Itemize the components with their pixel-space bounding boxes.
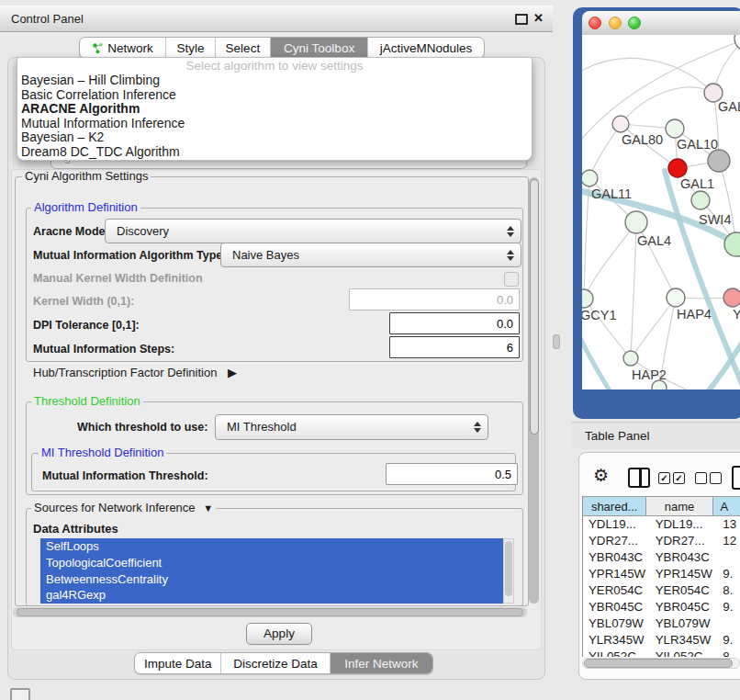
tab-cyni-toolbox[interactable]: Cyni Toolbox xyxy=(271,38,368,58)
network-node[interactable] xyxy=(623,351,638,366)
network-canvas[interactable]: GAL GAL80 GAL10 GAL1 GAL11 SWI4 GAL4 GCY… xyxy=(582,35,740,390)
dropdown-item-mutual-information[interactable]: Mutual Information Inference xyxy=(17,117,532,131)
tab-select-label: Select xyxy=(226,41,261,55)
checked-box-icon: ✓ xyxy=(673,472,685,484)
aracne-mode-label: Aracne Mode: xyxy=(33,225,109,238)
table-row[interactable]: YDL19...YDL19...13 xyxy=(583,516,740,533)
table-row[interactable]: YLR345WYLR345W9. xyxy=(583,632,740,649)
tab-network-label: Network xyxy=(107,41,153,55)
threshold-definition-title: Threshold Definition xyxy=(31,395,143,408)
mi-type-label: Mutual Information Algorithm Type: xyxy=(33,249,226,262)
which-threshold-value: MI Threshold xyxy=(227,415,297,438)
dropdown-item-bayesian-hill[interactable]: Bayesian – Hill Climbing xyxy=(17,73,532,88)
table-hscrollbar-thumb[interactable] xyxy=(584,659,733,668)
sources-collapser[interactable]: Sources for Network Inference ▼ xyxy=(31,502,216,514)
network-node[interactable] xyxy=(625,211,647,233)
split-columns-icon[interactable] xyxy=(628,468,650,488)
table-row[interactable]: YIL052CYIL052C8. xyxy=(583,649,740,657)
network-node-label: GAL xyxy=(718,99,740,114)
network-thick-edges xyxy=(582,171,740,390)
tab-jactivemnodules[interactable]: jActiveMNodules xyxy=(368,38,484,58)
which-threshold-combo[interactable]: MI Threshold xyxy=(215,414,488,440)
tab-impute-data[interactable]: Impute Data xyxy=(135,653,221,673)
table-panel-titlebar: Table Panel xyxy=(571,422,740,449)
minimized-panel-icon[interactable] xyxy=(10,688,30,700)
list-item[interactable]: SelfLoops xyxy=(40,538,503,555)
tab-style[interactable]: Style xyxy=(166,38,216,58)
network-node-label: HAP2 xyxy=(632,367,667,382)
network-node[interactable] xyxy=(668,159,687,177)
network-node-label: GAL4 xyxy=(637,233,671,248)
unchecked-box-icon xyxy=(710,472,722,484)
mi-threshold-field[interactable] xyxy=(386,463,518,485)
unchecked-box-icon xyxy=(695,472,707,484)
apply-button[interactable]: Apply xyxy=(246,623,312,645)
network-node-label: Y xyxy=(733,307,740,322)
tab-discretize-data-label: Discretize Data xyxy=(233,657,318,671)
spinner-arrows-icon xyxy=(474,421,481,434)
mi-steps-field[interactable] xyxy=(389,336,520,358)
network-node[interactable] xyxy=(667,288,685,307)
zoom-window-light-icon[interactable] xyxy=(628,17,641,29)
column-header-partial[interactable]: A xyxy=(713,496,740,516)
kernel-width-label: Kernel Width (0,1): xyxy=(33,295,134,308)
dropdown-item-aracne[interactable]: ARACNE Algorithm xyxy=(17,102,532,117)
network-node[interactable] xyxy=(708,150,730,172)
close-icon[interactable]: ✕ xyxy=(533,9,544,28)
table-row[interactable]: YDR27...YDR27...12 xyxy=(583,533,740,549)
dropdown-placeholder: Select algorithm to view settings xyxy=(17,58,532,73)
dropdown-item-bayesian-k2[interactable]: Bayesian – K2 xyxy=(17,130,532,145)
network-node[interactable] xyxy=(691,191,710,209)
network-node[interactable] xyxy=(666,119,684,138)
kernel-width-field[interactable] xyxy=(349,288,520,310)
network-window-titlebar[interactable] xyxy=(582,11,740,36)
minimize-window-light-icon[interactable] xyxy=(609,17,622,29)
network-node-labels: GAL GAL80 GAL10 GAL1 GAL11 SWI4 GAL4 GCY… xyxy=(582,99,740,382)
dropdown-item-dream8[interactable]: Dream8 DC_TDC Algorithm xyxy=(17,145,532,160)
expand-right-icon: ▶ xyxy=(228,366,237,379)
table-panel-title: Table Panel xyxy=(585,429,650,443)
table-row[interactable]: YPR145WYPR145W9. xyxy=(583,566,740,582)
mi-type-combo[interactable]: Naive Bayes xyxy=(220,243,521,267)
hub-definition-expander[interactable]: Hub/Transcription Factor Definition ▶ xyxy=(33,366,237,379)
bottom-tabbar: Impute Data Discretize Data Infer Networ… xyxy=(134,652,433,674)
column-header-shared-name[interactable]: shared... xyxy=(583,496,646,516)
collapse-down-icon: ▼ xyxy=(203,502,213,514)
table-row[interactable]: YER054CYER054C8. xyxy=(583,582,740,599)
select-all-columns-icon[interactable]: ✓ ✓ xyxy=(658,472,685,484)
hub-definition-label: Hub/Transcription Factor Definition xyxy=(33,366,217,379)
network-node[interactable] xyxy=(582,289,593,308)
dpi-tolerance-field[interactable] xyxy=(389,312,520,334)
float-window-icon[interactable] xyxy=(515,14,528,25)
network-node[interactable] xyxy=(582,170,598,186)
network-node-label: GAL80 xyxy=(622,132,663,147)
tab-infer-network[interactable]: Infer Network xyxy=(331,653,432,673)
splitter-handle[interactable] xyxy=(553,334,560,349)
list-item[interactable]: gal4RGexp xyxy=(40,587,503,604)
gear-icon[interactable]: ⚙ xyxy=(593,465,609,485)
table-row[interactable]: YBR043CYBR043C xyxy=(583,549,740,566)
column-header-name[interactable]: name xyxy=(646,496,712,516)
manual-kernel-checkbox[interactable] xyxy=(504,272,519,287)
settings-vscrollbar-thumb[interactable] xyxy=(530,179,539,435)
control-panel-titlebar: Control Panel ✕ xyxy=(0,6,553,32)
network-node[interactable] xyxy=(612,116,629,132)
table-row[interactable]: YBR045CYBR045C9. xyxy=(583,599,740,615)
settings-hscrollbar-thumb[interactable] xyxy=(17,608,523,616)
list-item[interactable]: TopologicalCoefficient xyxy=(40,555,503,571)
export-table-icon[interactable] xyxy=(732,466,740,490)
tab-select[interactable]: Select xyxy=(216,38,271,58)
list-item[interactable]: BetweennessCentrality xyxy=(40,571,503,588)
checked-box-icon: ✓ xyxy=(658,472,670,484)
table-row[interactable]: YBL079WYBL079W xyxy=(583,615,740,632)
close-window-light-icon[interactable] xyxy=(589,17,601,29)
aracne-mode-combo[interactable]: Discovery xyxy=(105,219,521,243)
dropdown-item-basic-correlation[interactable]: Basic Correlation Inference xyxy=(17,88,532,103)
tab-network[interactable]: Network xyxy=(80,38,166,58)
dpi-tolerance-label: DPI Tolerance [0,1]: xyxy=(33,319,140,332)
network-node[interactable] xyxy=(723,288,740,307)
deselect-all-columns-icon[interactable] xyxy=(695,472,722,484)
tab-infer-network-label: Infer Network xyxy=(344,657,418,671)
tab-discretize-data[interactable]: Discretize Data xyxy=(221,653,330,673)
list-vscrollbar-thumb[interactable] xyxy=(505,541,512,596)
